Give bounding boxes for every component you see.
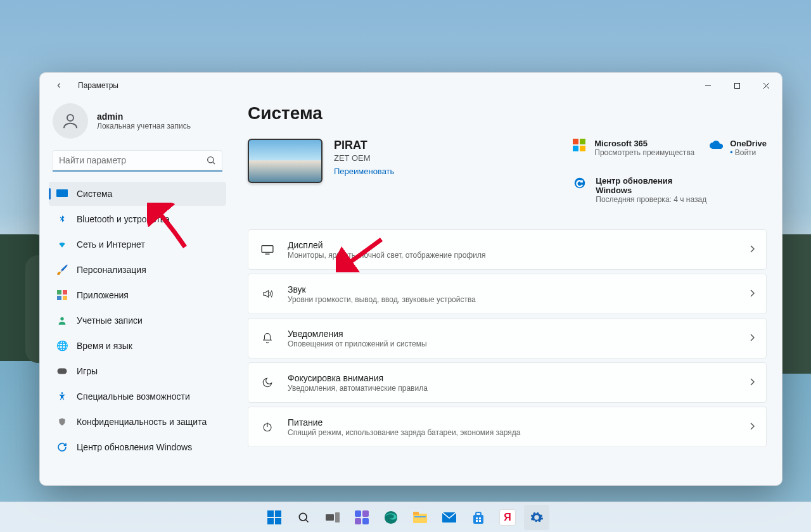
svg-point-14 [61, 392, 63, 394]
sidebar-item-label: Конфиденциальность и защита [77, 417, 207, 427]
sound-icon [260, 288, 275, 300]
close-button[interactable] [751, 75, 781, 96]
card-display[interactable]: ДисплейМониторы, яркость, ночной свет, о… [248, 229, 767, 270]
svg-rect-27 [362, 510, 369, 517]
chevron-right-icon [750, 288, 755, 300]
svg-rect-38 [479, 517, 481, 519]
device-name: PIRAT [334, 139, 394, 152]
promo-onedrive[interactable]: OneDrive • Войти [708, 139, 767, 157]
svg-line-6 [213, 162, 215, 164]
shield-icon [56, 416, 68, 428]
user-subtitle: Локальная учетная запись [97, 122, 191, 130]
taskbar-yandex[interactable]: Я [495, 505, 520, 530]
promo-m365[interactable]: Microsoft 365 Просмотреть преимущества [573, 139, 694, 157]
app-title: Параметры [78, 81, 118, 90]
card-sub: Уровни громкости, вывод, ввод, звуковые … [288, 295, 737, 304]
svg-rect-29 [362, 518, 369, 524]
card-focus[interactable]: Фокусировка вниманияУведомления, автомат… [248, 362, 767, 403]
svg-rect-24 [326, 514, 334, 521]
sidebar-item-privacy[interactable]: Конфиденциальность и защита [49, 410, 226, 434]
search-input[interactable] [53, 150, 222, 172]
brush-icon: 🖌️ [56, 264, 68, 276]
main-content: Система PIRAT ZET OEM Переименовать [235, 98, 782, 485]
card-sub: Уведомления, автоматические правила [288, 384, 737, 393]
bell-icon [260, 332, 275, 345]
promo-title: OneDrive [730, 139, 767, 148]
svg-rect-9 [63, 290, 67, 294]
svg-rect-32 [413, 512, 419, 515]
update-icon [56, 441, 68, 453]
taskbar-store[interactable] [466, 505, 491, 530]
user-name: admin [97, 111, 191, 122]
promo-title: Microsoft 365 [594, 139, 694, 148]
svg-rect-35 [473, 515, 483, 524]
svg-point-22 [299, 513, 307, 521]
card-power[interactable]: ПитаниеСпящий режим, использование заряд… [248, 407, 767, 447]
device-model: ZET OEM [334, 153, 394, 163]
sidebar-item-system[interactable]: Система [49, 182, 226, 206]
sidebar-item-label: Bluetooth и устройства [77, 214, 170, 224]
card-sound[interactable]: ЗвукУровни громкости, вывод, ввод, звуко… [248, 274, 767, 314]
sidebar-item-accessibility[interactable]: Специальные возможности [49, 384, 226, 408]
bluetooth-icon [56, 213, 68, 225]
card-title: Звук [288, 284, 737, 294]
start-button[interactable] [262, 505, 287, 530]
titlebar: Параметры [40, 73, 782, 98]
sidebar-item-label: Специальные возможности [77, 391, 190, 402]
rename-link[interactable]: Переименовать [334, 167, 394, 176]
sidebar-item-apps[interactable]: Приложения [49, 283, 226, 307]
svg-rect-28 [355, 518, 361, 524]
taskbar-mail[interactable] [437, 505, 462, 530]
back-button[interactable] [49, 75, 69, 96]
page-title: Система [248, 103, 767, 124]
sidebar-item-personalization[interactable]: 🖌️ Персонализация [49, 258, 226, 282]
accessibility-icon [56, 391, 68, 402]
card-notifications[interactable]: УведомленияОповещения от приложений и си… [248, 318, 767, 358]
moon-icon [260, 377, 275, 388]
taskbar-widgets[interactable] [349, 505, 374, 530]
sidebar-item-label: Центр обновления Windows [77, 442, 192, 452]
sidebar-item-label: Время и язык [77, 341, 132, 351]
promo-windows-update[interactable]: Центр обновления Windows Последняя прове… [573, 176, 767, 204]
taskbar: Я [0, 502, 811, 532]
card-title: Питание [288, 417, 737, 428]
display-icon [260, 244, 275, 255]
svg-rect-11 [63, 296, 67, 300]
taskbar-taskview[interactable] [320, 505, 345, 530]
sidebar-item-label: Сеть и Интернет [77, 239, 145, 250]
svg-rect-33 [414, 516, 426, 517]
minimize-button[interactable] [693, 75, 722, 96]
taskbar-search[interactable] [291, 505, 316, 530]
update-icon [573, 176, 587, 190]
card-title: Дисплей [288, 240, 737, 250]
sidebar-item-label: Система [77, 189, 112, 199]
taskbar-explorer[interactable] [407, 505, 433, 530]
svg-point-5 [208, 157, 214, 163]
svg-point-4 [67, 115, 73, 121]
taskbar-settings[interactable] [524, 505, 549, 530]
svg-rect-25 [335, 512, 340, 522]
card-sub: Спящий режим, использование заряда батар… [288, 428, 737, 437]
card-title: Уведомления [288, 329, 737, 339]
promo-sub: Последняя проверка: 4 ч назад [596, 195, 706, 204]
sidebar-item-network[interactable]: Сеть и Интернет [49, 232, 226, 256]
sidebar-item-bluetooth[interactable]: Bluetooth и устройства [49, 207, 226, 231]
device-block: PIRAT ZET OEM Переименовать [248, 139, 394, 183]
svg-line-23 [306, 519, 309, 522]
sidebar-item-gaming[interactable]: Игры [49, 359, 226, 383]
maximize-button[interactable] [722, 75, 751, 96]
svg-rect-40 [479, 520, 481, 522]
sidebar-item-accounts[interactable]: Учетные записи [49, 308, 226, 332]
taskbar-edge[interactable] [378, 505, 404, 530]
svg-rect-31 [413, 514, 427, 523]
svg-rect-13 [58, 369, 67, 374]
user-block[interactable]: admin Локальная учетная запись [46, 98, 229, 150]
svg-rect-7 [56, 189, 68, 197]
svg-rect-26 [355, 510, 361, 517]
onedrive-icon [708, 139, 722, 153]
power-icon [260, 421, 275, 433]
sidebar-item-windows-update[interactable]: Центр обновления Windows [49, 435, 226, 459]
promo-title: Центр обновления Windows [596, 176, 691, 195]
sidebar-item-time-language[interactable]: 🌐 Время и язык [49, 334, 226, 358]
person-icon [56, 315, 68, 326]
